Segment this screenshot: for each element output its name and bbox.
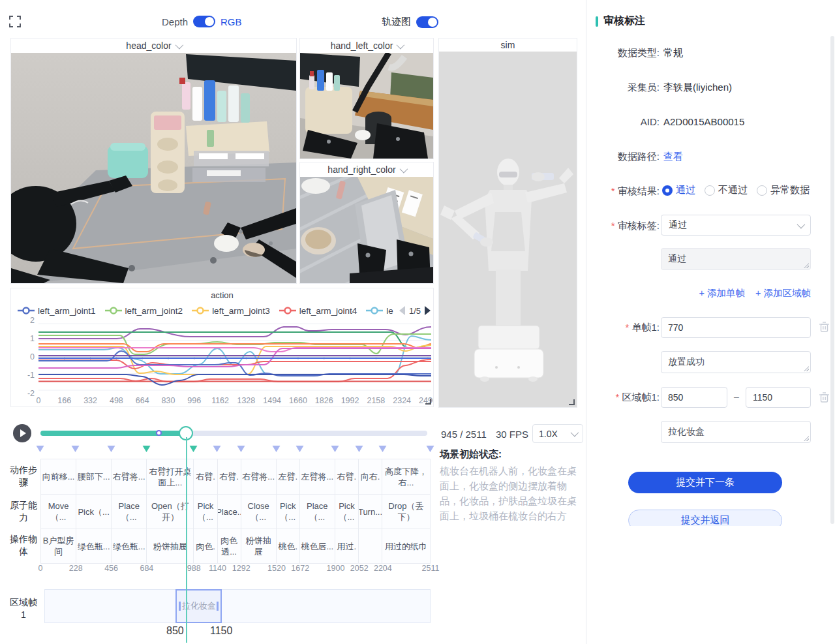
- region-start-input[interactable]: 850: [661, 387, 727, 408]
- table-cell[interactable]: [359, 529, 382, 563]
- timeline-marker-icon[interactable]: [237, 446, 245, 452]
- review-result-option-2[interactable]: 不通过: [705, 184, 748, 196]
- table-cell[interactable]: Pick（...: [76, 495, 112, 529]
- delete-single-frame-icon[interactable]: [819, 321, 830, 333]
- trajectory-switch[interactable]: [416, 16, 438, 28]
- table-cell[interactable]: Pick（...: [277, 495, 300, 529]
- legend-item-left_arm_joint4[interactable]: left_arm_joint4: [279, 306, 357, 316]
- table-cell[interactable]: Place（...: [300, 495, 335, 529]
- step-row-label: 原子能力: [9, 499, 38, 524]
- timeline-marker-icon[interactable]: [355, 446, 363, 452]
- timeline-marker-icon[interactable]: [107, 446, 115, 452]
- table-cell[interactable]: 桃色.: [277, 529, 300, 563]
- table-cell[interactable]: Move（...: [41, 495, 76, 529]
- table-cell[interactable]: Drop（丢下）: [382, 495, 430, 529]
- x-axis-tick-label: 0: [37, 396, 41, 405]
- depth-rgb-switch[interactable]: [193, 16, 215, 27]
- review-tag-select[interactable]: 通过: [661, 215, 811, 236]
- timeline-marker-icon[interactable]: [213, 446, 221, 452]
- review-result-option-3[interactable]: 异常数据: [757, 184, 810, 196]
- region-frame-track[interactable]: 拉化妆盒: [44, 589, 431, 623]
- legend-prev-icon[interactable]: [399, 306, 405, 315]
- legend-pager: 1/5: [397, 303, 431, 318]
- table-cell[interactable]: B户型房间: [41, 529, 76, 563]
- region-end-input[interactable]: 1150: [746, 387, 811, 408]
- legend-item-left_arm_joint3[interactable]: left_arm_joint3: [192, 306, 270, 316]
- table-cell[interactable]: 高度下降，右...: [382, 459, 430, 494]
- timeline-marker-icon[interactable]: [427, 446, 434, 452]
- data-path-view-link[interactable]: 查看: [663, 151, 683, 163]
- legend-item-le[interactable]: le: [366, 306, 393, 316]
- textarea-resize-grip-icon[interactable]: [804, 436, 809, 441]
- table-cell[interactable]: Place..: [218, 495, 241, 529]
- resize-handle-icon[interactable]: [425, 399, 431, 405]
- single-frame-input[interactable]: 770: [661, 317, 811, 338]
- radio-icon[interactable]: [757, 185, 767, 196]
- table-cell[interactable]: 粉饼抽屉: [241, 529, 277, 563]
- table-cell[interactable]: Place（...: [112, 495, 147, 529]
- review-tag-note-textarea[interactable]: 通过: [661, 248, 811, 270]
- table-cell[interactable]: 用过的纸巾: [382, 529, 430, 563]
- table-cell[interactable]: 右臂.: [335, 459, 359, 494]
- timeline-marker-icon[interactable]: [378, 446, 386, 452]
- submit-next-button[interactable]: 提交并下一条: [628, 472, 782, 493]
- table-cell[interactable]: 向右.: [359, 459, 382, 494]
- radio-icon[interactable]: [662, 185, 673, 196]
- timeline-marker-icon[interactable]: [331, 446, 339, 452]
- table-cell[interactable]: 绿色瓶...: [112, 529, 147, 563]
- table-cell[interactable]: 右臂.: [194, 459, 217, 494]
- legend-item-left_arm_joint1[interactable]: left_arm_joint1: [18, 306, 96, 316]
- table-cell[interactable]: Turn...: [359, 495, 382, 529]
- depth-rgb-toggle-row: Depth RGB: [162, 16, 242, 27]
- table-cell[interactable]: 肉色.: [194, 529, 217, 563]
- play-button[interactable]: [13, 424, 31, 442]
- table-cell[interactable]: 腰部下...: [76, 459, 112, 494]
- region-resize-right-handle[interactable]: [217, 602, 219, 611]
- speed-select[interactable]: 1.0X: [532, 424, 583, 443]
- delete-region-frame-icon[interactable]: [819, 391, 830, 403]
- fullscreen-icon[interactable]: [8, 14, 22, 29]
- hand-left-camera-header[interactable]: hand_left_color: [300, 38, 433, 53]
- head-camera-header[interactable]: head_color: [11, 38, 296, 53]
- review-result-option-1[interactable]: 通过: [662, 184, 695, 196]
- region-frame-note-textarea[interactable]: 拉化妆盒: [661, 421, 811, 443]
- sim-viewport[interactable]: [439, 52, 577, 407]
- timeline-marker-icon[interactable]: [272, 446, 280, 452]
- table-cell[interactable]: Pick（...: [194, 495, 217, 529]
- add-single-frame-link[interactable]: + 添加单帧: [699, 287, 746, 299]
- table-cell[interactable]: Close（...: [241, 495, 277, 529]
- table-cell[interactable]: 用过.: [335, 529, 359, 563]
- submit-back-button[interactable]: 提交并返回: [628, 510, 782, 526]
- chart-plot-area[interactable]: [38, 320, 431, 393]
- table-cell[interactable]: Pick（...: [335, 495, 359, 529]
- resize-handle-icon[interactable]: [569, 399, 575, 405]
- timeline-marker-icon[interactable]: [72, 446, 80, 452]
- textarea-resize-grip-icon[interactable]: [804, 366, 809, 371]
- scene-initial-state-title: 场景初始状态:: [440, 448, 581, 461]
- timeline-marker-icon[interactable]: [37, 446, 44, 452]
- table-cell[interactable]: 右臂将...: [112, 459, 147, 494]
- right-pane-scrollbar[interactable]: [830, 36, 834, 524]
- table-cell[interactable]: 左臂将...: [300, 459, 335, 494]
- table-cell[interactable]: 向前移...: [41, 459, 76, 494]
- timeline-marker-icon[interactable]: [190, 446, 198, 452]
- add-region-frame-link[interactable]: + 添加区域帧: [755, 287, 811, 299]
- x-axis-tick-label: 664: [136, 396, 149, 405]
- hand-right-camera-image: [300, 177, 433, 283]
- region-resize-left-handle[interactable]: [179, 602, 181, 611]
- table-cell[interactable]: 右臂将...: [241, 459, 277, 494]
- legend-item-left_arm_joint2[interactable]: left_arm_joint2: [105, 306, 183, 316]
- timeline-marker-icon[interactable]: [296, 446, 304, 452]
- single-frame-note-textarea[interactable]: 放置成功: [661, 351, 811, 373]
- table-cell[interactable]: 桃色唇...: [300, 529, 335, 563]
- radio-icon[interactable]: [705, 185, 715, 196]
- table-cell[interactable]: 肉色透...: [218, 529, 241, 563]
- timeline-marker-icon[interactable]: [142, 446, 150, 452]
- hand-right-camera-header[interactable]: hand_right_color: [300, 162, 433, 177]
- region-frame-block[interactable]: 拉化妆盒: [175, 589, 222, 623]
- table-cell[interactable]: 绿色瓶...: [76, 529, 112, 563]
- textarea-resize-grip-icon[interactable]: [804, 263, 809, 268]
- legend-next-icon[interactable]: [425, 306, 431, 315]
- table-cell[interactable]: 左臂.: [277, 459, 300, 494]
- table-cell[interactable]: 右臂.: [218, 459, 241, 494]
